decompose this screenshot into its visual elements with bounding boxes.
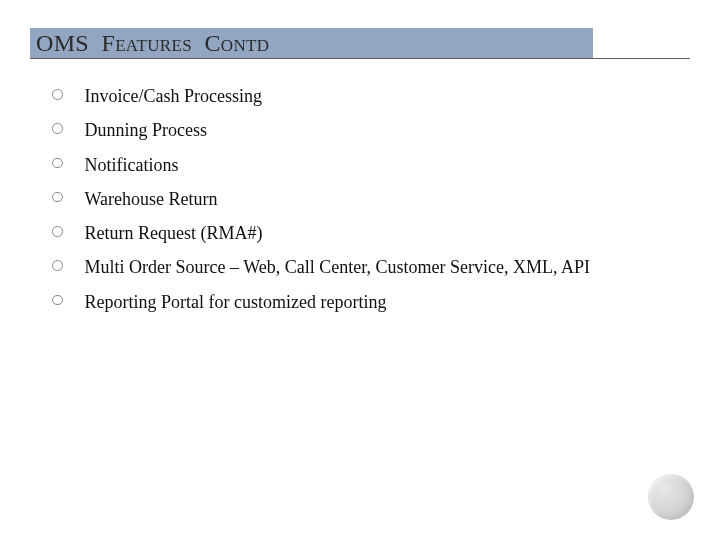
list-item: Dunning Process xyxy=(52,118,664,142)
list-item-label: Reporting Portal for customized reportin… xyxy=(85,290,387,314)
bullet-icon xyxy=(52,192,63,203)
bullet-icon xyxy=(52,295,63,306)
list-item-label: Return Request (RMA#) xyxy=(85,221,263,245)
decorative-orb xyxy=(648,474,694,520)
list-item-label: Multi Order Source – Web, Call Center, C… xyxy=(85,255,590,279)
title-word-2: Features xyxy=(102,30,192,57)
slide-title: OMS Features Contd xyxy=(36,28,269,58)
list-item: Warehouse Return xyxy=(52,187,664,211)
bullet-icon xyxy=(52,89,63,100)
title-word-1: OMS xyxy=(36,30,89,57)
list-item-label: Notifications xyxy=(85,153,179,177)
list-item: Return Request (RMA#) xyxy=(52,221,664,245)
list-item-label: Dunning Process xyxy=(85,118,208,142)
bullet-icon xyxy=(52,123,63,134)
bullet-icon xyxy=(52,158,63,169)
list-item: Reporting Portal for customized reportin… xyxy=(52,290,664,314)
list-item: Multi Order Source – Web, Call Center, C… xyxy=(52,255,664,279)
feature-list: Invoice/Cash Processing Dunning Process … xyxy=(52,84,664,324)
list-item-label: Invoice/Cash Processing xyxy=(85,84,262,108)
title-word-3: Contd xyxy=(205,30,270,57)
bullet-icon xyxy=(52,260,63,271)
list-item-label: Warehouse Return xyxy=(85,187,218,211)
list-item: Notifications xyxy=(52,153,664,177)
bullet-icon xyxy=(52,226,63,237)
list-item: Invoice/Cash Processing xyxy=(52,84,664,108)
title-region: OMS Features Contd xyxy=(30,22,690,59)
